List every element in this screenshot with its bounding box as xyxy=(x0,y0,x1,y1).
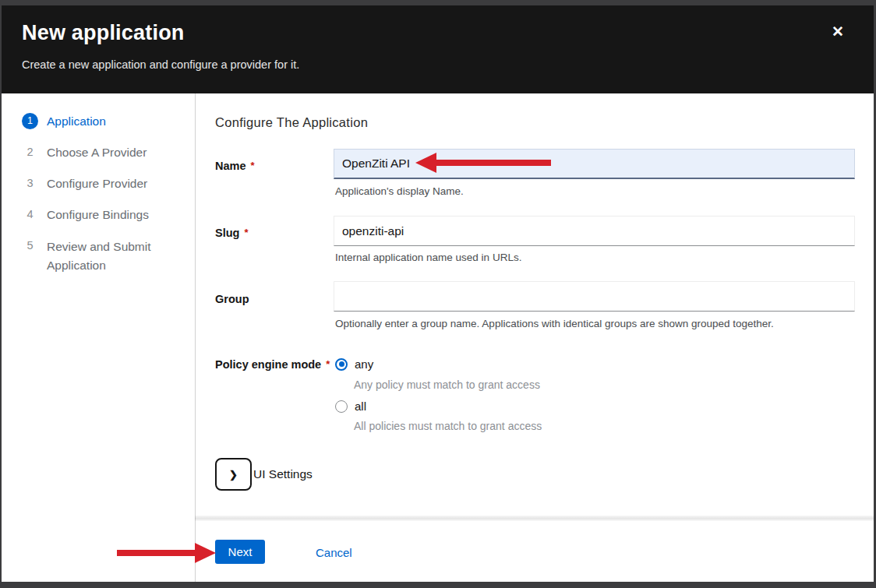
wizard-step-choose-provider[interactable]: 2 Choose A Provider xyxy=(22,144,147,160)
wizard-step-configure-provider[interactable]: 3 Configure Provider xyxy=(22,175,147,192)
step-label: Choose A Provider xyxy=(47,144,147,160)
ui-settings-label: UI Settings xyxy=(253,467,313,481)
slug-label: Slug* xyxy=(215,227,248,239)
close-icon[interactable]: ✕ xyxy=(832,24,844,39)
chevron-right-icon: ❯ xyxy=(229,469,238,481)
slug-input[interactable] xyxy=(334,216,855,246)
policy-mode-any-radio[interactable]: any xyxy=(335,357,373,371)
page-title: Configure The Application xyxy=(215,115,368,130)
policy-engine-mode-label: Policy engine mode* xyxy=(215,358,330,371)
radio-unselected-icon xyxy=(335,400,348,413)
group-input[interactable] xyxy=(334,281,855,312)
step-label: Application xyxy=(47,113,106,129)
step-label: Review and Submit Application xyxy=(47,238,170,275)
modal-subtitle: Create a new application and configure a… xyxy=(22,58,299,71)
ui-settings-expand-button[interactable]: ❯ xyxy=(215,458,252,491)
footer-divider xyxy=(195,516,874,521)
group-label: Group xyxy=(215,293,249,305)
group-helper-text: Optionally enter a group name. Applicati… xyxy=(335,318,774,329)
required-marker: * xyxy=(326,358,330,370)
modal-title: New application xyxy=(22,21,185,45)
step-number: 3 xyxy=(22,175,38,192)
name-input[interactable] xyxy=(334,149,855,179)
wizard-step-configure-bindings[interactable]: 4 Configure Bindings xyxy=(22,206,149,223)
name-label: Name* xyxy=(215,160,255,172)
radio-selected-icon xyxy=(335,358,348,371)
step-number: 4 xyxy=(22,206,38,223)
cancel-link[interactable]: Cancel xyxy=(316,546,352,559)
step-number-badge: 1 xyxy=(22,113,38,129)
sidebar-divider xyxy=(195,93,196,582)
required-marker: * xyxy=(244,227,248,238)
name-helper-text: Application's display Name. xyxy=(335,185,464,197)
step-number: 5 xyxy=(22,238,38,254)
step-label: Configure Provider xyxy=(47,175,147,192)
new-application-modal: New application Create a new application… xyxy=(2,5,874,582)
modal-header: New application Create a new application… xyxy=(2,5,874,93)
radio-label-all: all xyxy=(355,400,366,413)
step-number: 2 xyxy=(22,144,38,160)
policy-mode-all-helper: All policies must match to grant access xyxy=(354,420,542,432)
policy-mode-all-radio[interactable]: all xyxy=(335,400,366,413)
required-marker: * xyxy=(251,160,255,171)
policy-mode-any-helper: Any policy must match to grant access xyxy=(354,379,540,391)
slug-helper-text: Internal application name used in URLs. xyxy=(335,252,521,263)
wizard-step-application[interactable]: 1 Application xyxy=(22,113,106,129)
next-button[interactable]: Next xyxy=(215,540,265,564)
radio-label-any: any xyxy=(355,357,373,371)
wizard-step-review-submit[interactable]: 5 Review and Submit Application xyxy=(22,238,170,275)
step-label: Configure Bindings xyxy=(47,206,149,223)
